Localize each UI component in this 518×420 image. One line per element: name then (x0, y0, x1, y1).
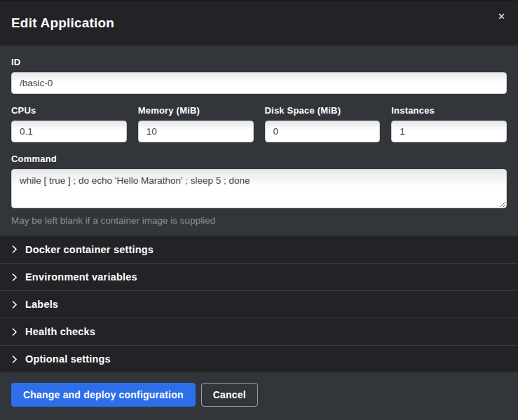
modal-header: Edit Application ✕ (0, 1, 518, 46)
command-label: Command (11, 154, 507, 164)
modal-title: Edit Application (11, 15, 114, 31)
memory-label: Memory (MiB) (138, 105, 254, 116)
command-help-text: May be left blank if a container image i… (11, 215, 507, 226)
instances-input[interactable] (391, 121, 507, 142)
accordion-sections: Docker container settings Environment va… (0, 236, 518, 372)
command-field-group: Command while [ true ] ; do echo 'Hello … (11, 154, 507, 226)
disk-space-label: Disk Space (MiB) (265, 105, 381, 116)
cpus-input[interactable] (11, 121, 127, 142)
section-label: Docker container settings (25, 244, 154, 255)
id-field-group: ID (11, 57, 507, 94)
close-icon[interactable]: ✕ (495, 9, 508, 24)
section-label: Environment variables (25, 271, 137, 283)
chevron-right-icon (11, 273, 18, 282)
section-labels[interactable]: Labels (0, 290, 518, 318)
command-textarea[interactable]: while [ true ] ; do echo 'Hello Marathon… (11, 169, 507, 208)
section-health-checks[interactable]: Health checks (0, 318, 518, 345)
chevron-right-icon (11, 245, 18, 254)
section-label: Health checks (25, 326, 95, 337)
section-label: Labels (25, 299, 58, 310)
cancel-button[interactable]: Cancel (201, 383, 258, 407)
chevron-right-icon (11, 327, 18, 337)
disk-space-input[interactable] (265, 121, 381, 142)
instances-field-group: Instances (391, 105, 507, 142)
memory-field-group: Memory (MiB) (138, 105, 254, 142)
edit-application-modal: Edit Application ✕ ID CPUs Memory (MiB) … (0, 0, 518, 420)
memory-input[interactable] (138, 121, 254, 142)
section-label: Optional settings (25, 353, 111, 365)
instances-label: Instances (391, 105, 507, 116)
cpus-label: CPUs (11, 105, 127, 116)
disk-space-field-group: Disk Space (MiB) (265, 105, 381, 142)
chevron-right-icon (11, 355, 18, 364)
modal-footer: Change and deploy configuration Cancel (0, 372, 518, 420)
id-input[interactable] (11, 72, 507, 94)
chevron-right-icon (11, 300, 18, 309)
id-label: ID (11, 57, 507, 67)
section-docker-container-settings[interactable]: Docker container settings (0, 236, 518, 263)
form-section: ID CPUs Memory (MiB) Disk Space (MiB) In… (0, 46, 518, 236)
section-environment-variables[interactable]: Environment variables (0, 263, 518, 290)
change-and-deploy-button[interactable]: Change and deploy configuration (11, 383, 196, 407)
section-optional-settings[interactable]: Optional settings (0, 345, 518, 372)
cpus-field-group: CPUs (11, 105, 127, 142)
resources-row: CPUs Memory (MiB) Disk Space (MiB) Insta… (11, 105, 507, 142)
